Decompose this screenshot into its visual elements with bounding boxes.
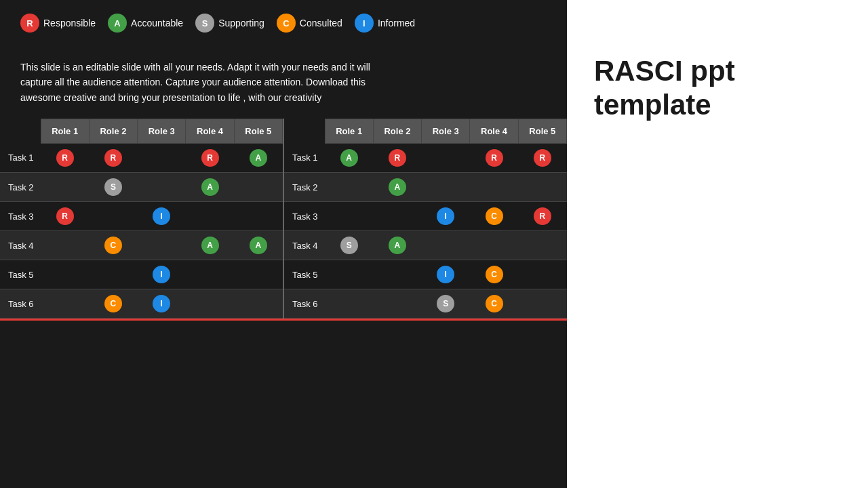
table-cell xyxy=(41,260,89,289)
table-cell xyxy=(470,173,518,202)
task-label: Task 4 xyxy=(0,231,41,260)
table-cell: S xyxy=(422,289,470,319)
table-row: Task 3RI xyxy=(0,202,283,231)
table-cell xyxy=(325,173,373,202)
table-cell: C xyxy=(470,260,518,289)
table-cell: R xyxy=(518,144,566,173)
table-cell xyxy=(422,144,470,173)
table-cell: S xyxy=(89,173,137,202)
table-header-role: Role 2 xyxy=(89,119,137,144)
table-cell xyxy=(234,202,282,231)
table-row: Task 3ICR xyxy=(284,202,567,231)
table-section-2: Role 1Role 2Role 3Role 4Role 5Task 1ARRR… xyxy=(283,119,567,319)
table-cell: A xyxy=(373,231,421,260)
right-panel: RASCI ppt template xyxy=(567,0,868,488)
table-cell: A xyxy=(373,173,421,202)
badge-a: A xyxy=(108,14,127,33)
table-cell: R xyxy=(41,202,89,231)
table-header-role: Role 1 xyxy=(41,119,89,144)
table-header-task xyxy=(0,119,41,144)
table-cell: C xyxy=(89,289,137,319)
badge-s: S xyxy=(195,14,214,33)
table-cell xyxy=(422,231,470,260)
left-panel: R Responsible A Accountable S Supporting… xyxy=(0,0,567,488)
tables-container: Role 1Role 2Role 3Role 4Role 5Task 1RRRA… xyxy=(0,119,567,319)
table-header-role: Role 2 xyxy=(373,119,421,144)
table-cell: I xyxy=(422,260,470,289)
table-row: Task 1ARRR xyxy=(284,144,567,173)
table-cell: S xyxy=(325,231,373,260)
table-cell xyxy=(518,231,566,260)
table-row: Task 6CI xyxy=(0,289,283,319)
table-cell: R xyxy=(186,144,234,173)
task-label: Task 2 xyxy=(284,173,325,202)
rasci-table: Role 1Role 2Role 3Role 4Role 5Task 1ARRR… xyxy=(284,119,567,319)
table-cell: C xyxy=(470,202,518,231)
table-cell xyxy=(186,289,234,319)
table-cell xyxy=(41,173,89,202)
table-cell: I xyxy=(138,202,186,231)
legend-item-r: R Responsible xyxy=(20,14,96,33)
task-label: Task 5 xyxy=(0,260,41,289)
legend-item-c: C Consulted xyxy=(277,14,342,33)
table-cell: C xyxy=(470,289,518,319)
table-cell xyxy=(518,289,566,319)
table-cell xyxy=(325,202,373,231)
divider-line xyxy=(0,319,567,321)
legend-label-i: Informed xyxy=(378,18,415,28)
table-cell xyxy=(138,231,186,260)
table-cell: A xyxy=(186,231,234,260)
table-cell xyxy=(373,289,421,319)
task-label: Task 6 xyxy=(284,289,325,319)
legend-bar: R Responsible A Accountable S Supporting… xyxy=(0,0,567,46)
table-cell: R xyxy=(89,144,137,173)
table-cell xyxy=(518,260,566,289)
rasci-table: Role 1Role 2Role 3Role 4Role 5Task 1RRRA… xyxy=(0,119,283,319)
table-row: Task 4SA xyxy=(284,231,567,260)
table-cell: A xyxy=(234,144,282,173)
legend-item-s: S Supporting xyxy=(195,14,264,33)
table-cell: R xyxy=(41,144,89,173)
badge-c: C xyxy=(277,14,296,33)
table-cell xyxy=(138,144,186,173)
table-header-role: Role 5 xyxy=(234,119,282,144)
table-header-role: Role 4 xyxy=(470,119,518,144)
table-header-role: Role 4 xyxy=(186,119,234,144)
table-cell xyxy=(138,173,186,202)
table-cell xyxy=(186,260,234,289)
task-label: Task 5 xyxy=(284,260,325,289)
table-cell xyxy=(373,260,421,289)
legend-label-s: Supporting xyxy=(218,18,264,28)
table-row: Task 4CAA xyxy=(0,231,283,260)
task-label: Task 1 xyxy=(284,144,325,173)
table-cell: I xyxy=(138,289,186,319)
table-cell: A xyxy=(186,173,234,202)
table-cell xyxy=(325,260,373,289)
table-header-role: Role 3 xyxy=(138,119,186,144)
table-cell xyxy=(186,202,234,231)
task-label: Task 2 xyxy=(0,173,41,202)
table-row: Task 5I xyxy=(0,260,283,289)
legend-item-a: A Accountable xyxy=(108,14,183,33)
description-text: This slide is an editable slide with all… xyxy=(0,46,420,119)
table-cell xyxy=(325,289,373,319)
task-label: Task 6 xyxy=(0,289,41,319)
table-cell: A xyxy=(234,231,282,260)
table-row: Task 5IC xyxy=(284,260,567,289)
table-cell: I xyxy=(138,260,186,289)
table-cell xyxy=(89,202,137,231)
badge-r: R xyxy=(20,14,39,33)
table-section-1: Role 1Role 2Role 3Role 4Role 5Task 1RRRA… xyxy=(0,119,283,319)
legend-label-a: Accountable xyxy=(131,18,183,28)
table-header-role: Role 5 xyxy=(518,119,566,144)
table-cell xyxy=(41,231,89,260)
table-cell xyxy=(518,173,566,202)
task-label: Task 4 xyxy=(284,231,325,260)
table-cell: R xyxy=(373,144,421,173)
table-cell: R xyxy=(470,144,518,173)
table-cell xyxy=(234,260,282,289)
badge-i: I xyxy=(355,14,374,33)
page-title: RASCI ppt template xyxy=(594,54,848,123)
table-row: Task 6SC xyxy=(284,289,567,319)
table-cell xyxy=(234,289,282,319)
